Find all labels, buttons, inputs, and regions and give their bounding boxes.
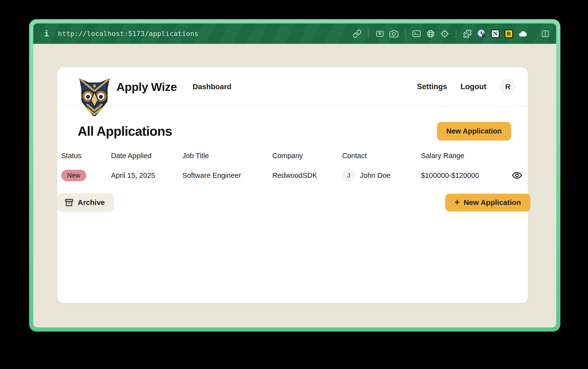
status-badge: New <box>61 170 86 181</box>
link-icon[interactable] <box>353 29 362 38</box>
globe-icon[interactable] <box>426 29 435 38</box>
new-application-button-top[interactable]: New Application <box>437 122 511 140</box>
browser-toolbar: i http://localhost:5173/applications <box>33 23 556 44</box>
archive-label: Archive <box>78 198 105 207</box>
cell-job-title: Software Engineer <box>182 171 272 180</box>
r-extension-icon[interactable]: R <box>505 30 513 38</box>
page-title: All Applications <box>78 124 172 139</box>
table-header: Status Date Applied Job Title Company Co… <box>57 152 528 160</box>
app-card: Apply Wize Dashboard Settings Logout R A… <box>57 67 528 303</box>
contact-name: John Doe <box>360 171 390 180</box>
column-date-applied: Date Applied <box>111 152 182 160</box>
settings-link[interactable]: Settings <box>417 82 447 91</box>
browser-window: i http://localhost:5173/applications <box>29 19 560 332</box>
archive-icon <box>64 198 74 207</box>
column-status: Status <box>61 152 111 160</box>
toolbar-separator <box>456 29 456 38</box>
view-application-button[interactable] <box>510 170 524 181</box>
column-job-title: Job Title <box>182 152 272 160</box>
plus-icon: + <box>455 199 460 206</box>
page-background: Apply Wize Dashboard Settings Logout R A… <box>33 44 556 327</box>
column-company: Company <box>272 152 342 160</box>
column-contact: Contact <box>342 152 421 160</box>
cell-contact: J John Doe <box>342 169 421 182</box>
table-row: New April 15, 2025 Software Engineer Red… <box>57 169 528 182</box>
eye-icon <box>512 170 522 181</box>
cell-date-applied: April 15, 2025 <box>111 171 182 180</box>
logout-link[interactable]: Logout <box>460 82 486 91</box>
crosshair-icon[interactable] <box>440 29 449 38</box>
toolbar-separator <box>368 29 369 38</box>
toolbar-separator <box>405 29 405 38</box>
contact-avatar: J <box>342 169 355 182</box>
toolbar-icon-group: N R <box>353 29 550 38</box>
camera-icon[interactable] <box>389 29 398 38</box>
archive-button[interactable]: Archive <box>57 193 114 212</box>
new-application-top-label: New Application <box>446 127 502 135</box>
site-info-icon[interactable]: i <box>42 29 52 38</box>
new-application-button-bottom[interactable]: + New Application <box>445 194 530 211</box>
extensions-puzzle-icon[interactable] <box>463 29 472 38</box>
user-avatar[interactable]: R <box>500 79 516 95</box>
address-bar[interactable]: http://localhost:5173/applications <box>58 30 199 37</box>
owl-logo-icon <box>78 77 110 117</box>
app-header: Apply Wize Dashboard Settings Logout R <box>57 67 528 107</box>
cell-salary-range: $100000-$120000 <box>421 171 510 180</box>
terminal-icon[interactable] <box>412 29 421 38</box>
cloud-icon[interactable] <box>518 29 527 38</box>
cell-company: RedwoodSDK <box>272 171 342 180</box>
brand-link[interactable]: Apply Wize <box>78 66 177 107</box>
nav-dashboard[interactable]: Dashboard <box>193 83 231 91</box>
split-view-icon[interactable] <box>541 29 550 38</box>
column-salary-range: Salary Range <box>421 152 510 160</box>
new-application-bottom-label: New Application <box>464 198 521 207</box>
image-icon[interactable] <box>375 29 384 38</box>
brand-title: Apply Wize <box>116 80 177 94</box>
notion-icon[interactable]: N <box>491 30 499 38</box>
password-manager-icon[interactable] <box>477 29 486 38</box>
